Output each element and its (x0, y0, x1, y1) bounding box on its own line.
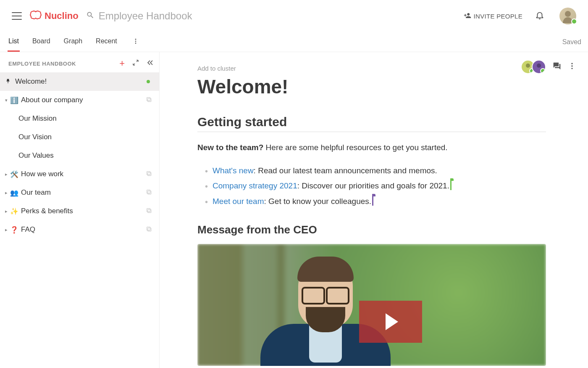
sidebar-item-label: Our Values (18, 151, 152, 160)
sidebar-item-perks[interactable]: ▸ ✨ Perks & benefits (0, 202, 159, 220)
doc-more-button[interactable] (568, 62, 576, 72)
svg-point-14 (571, 65, 572, 66)
chevron-right-icon: ▸ (5, 227, 9, 233)
svg-point-1 (135, 40, 136, 42)
sidebar-title: EMPLOYEE HANDBOOK (8, 61, 76, 67)
svg-point-0 (135, 39, 136, 40)
sidebar-item-how-we-work[interactable]: ▸ 🛠️ How we work (0, 165, 159, 183)
user-avatar[interactable] (559, 8, 576, 24)
sidebar-item-vision[interactable]: Our Vision (0, 128, 159, 146)
sidebar-item-label: Perks & benefits (21, 207, 152, 215)
sidebar-item-label: Our Vision (18, 133, 152, 141)
tools-icon: 🛠️ (10, 170, 18, 178)
divider (197, 132, 546, 132)
add-to-cluster[interactable]: Add to cluster (197, 65, 546, 72)
tab-board[interactable]: Board (32, 32, 51, 52)
list-item[interactable]: Company strategy 2021: Discover our prio… (205, 178, 546, 193)
chevron-right-icon: ▸ (5, 209, 9, 214)
sidebar-item-mission[interactable]: Our Mission (0, 109, 159, 128)
svg-rect-6 (148, 172, 151, 176)
sidebar-item-values[interactable]: Our Values (0, 146, 159, 165)
search-input[interactable] (99, 10, 267, 22)
sidebar-item-label: How we work (21, 170, 152, 178)
chevron-down-icon: ▾ (5, 98, 9, 103)
svg-rect-8 (148, 191, 151, 194)
sidebar-item-faq[interactable]: ▸ ❓ FAQ (0, 220, 159, 239)
collab-cursor-green (450, 181, 452, 190)
view-tabs: List Board Graph Recent (8, 32, 142, 52)
comments-button[interactable] (553, 62, 561, 72)
presence-indicator (147, 80, 150, 83)
tab-list[interactable]: List (8, 32, 20, 52)
intro-rest: Here are some helpful resources to get y… (263, 143, 447, 152)
resource-list: What's new: Read our latest team announc… (197, 163, 546, 209)
intro-paragraph[interactable]: New to the team? Here are some helpful r… (197, 141, 546, 154)
link-whats-new[interactable]: What's new (213, 166, 254, 175)
tab-recent[interactable]: Recent (95, 32, 118, 52)
svg-rect-9 (147, 209, 150, 212)
person-add-icon (464, 12, 471, 21)
tab-graph[interactable]: Graph (63, 32, 83, 52)
sidebar-item-label: Our Mission (18, 114, 152, 123)
info-icon: ℹ️ (10, 96, 18, 104)
brain-icon (29, 10, 42, 22)
sidebar-item-label: Our team (21, 188, 152, 197)
collab-cursor-purple (372, 196, 373, 206)
notifications-button[interactable] (535, 11, 544, 21)
chevron-right-icon: ▸ (5, 190, 9, 196)
svg-point-15 (571, 68, 572, 69)
sidebar-item-welcome[interactable]: Welcome! (0, 72, 159, 91)
svg-rect-5 (147, 172, 150, 175)
sidebar-item-our-team[interactable]: ▸ 👥 Our team (0, 183, 159, 202)
brand-name: Nuclino (45, 11, 79, 21)
svg-rect-3 (147, 98, 150, 101)
collaborator-avatar[interactable] (532, 60, 546, 74)
people-icon: 👥 (10, 189, 18, 197)
sidebar-item-label: About our company (21, 96, 152, 104)
link-meet-team[interactable]: Meet our team (213, 197, 264, 206)
svg-rect-7 (147, 190, 150, 193)
cluster-icon (146, 207, 152, 215)
chevron-right-icon: ▸ (5, 172, 9, 177)
menu-toggle[interactable] (12, 12, 22, 20)
page-title[interactable]: Welcome! (197, 75, 546, 98)
cluster-icon (146, 188, 152, 197)
expand-icon[interactable] (132, 59, 139, 68)
cluster-icon (146, 170, 152, 178)
question-icon: ❓ (10, 226, 18, 234)
sidebar-item-label: FAQ (21, 225, 152, 234)
svg-point-13 (571, 63, 572, 64)
section-heading-getting-started[interactable]: Getting started (197, 115, 546, 129)
sparkle-icon: ✨ (10, 207, 18, 215)
new-item-button[interactable]: + (119, 59, 125, 68)
search-icon[interactable] (86, 11, 94, 21)
svg-rect-12 (148, 228, 151, 231)
svg-point-2 (135, 42, 136, 44)
list-item[interactable]: What's new: Read our latest team announc… (205, 163, 546, 178)
brand-logo[interactable]: Nuclino (29, 10, 79, 22)
invite-label: INVITE PEOPLE (474, 13, 522, 20)
sidebar-item-label: Welcome! (15, 77, 152, 86)
link-company-strategy[interactable]: Company strategy 2021 (213, 181, 297, 190)
cluster-icon (146, 96, 152, 104)
play-button[interactable] (359, 301, 422, 343)
ceo-video[interactable] (197, 244, 546, 366)
cluster-icon (146, 225, 152, 234)
collaborators (521, 60, 546, 74)
intro-strong: New to the team? (197, 143, 263, 152)
section-heading-ceo[interactable]: Message from the CEO (197, 223, 546, 236)
tabs-more-button[interactable] (130, 38, 142, 46)
list-item[interactable]: Meet our team: Get to know your colleagu… (205, 194, 546, 209)
svg-rect-11 (147, 227, 150, 230)
pin-icon (5, 78, 11, 85)
svg-rect-10 (148, 209, 151, 213)
invite-people-button[interactable]: INVITE PEOPLE (464, 12, 522, 21)
svg-rect-4 (148, 98, 151, 102)
save-status: Saved (562, 38, 581, 46)
collapse-sidebar-button[interactable] (147, 59, 153, 68)
sidebar-item-about[interactable]: ▾ ℹ️ About our company (0, 91, 159, 109)
